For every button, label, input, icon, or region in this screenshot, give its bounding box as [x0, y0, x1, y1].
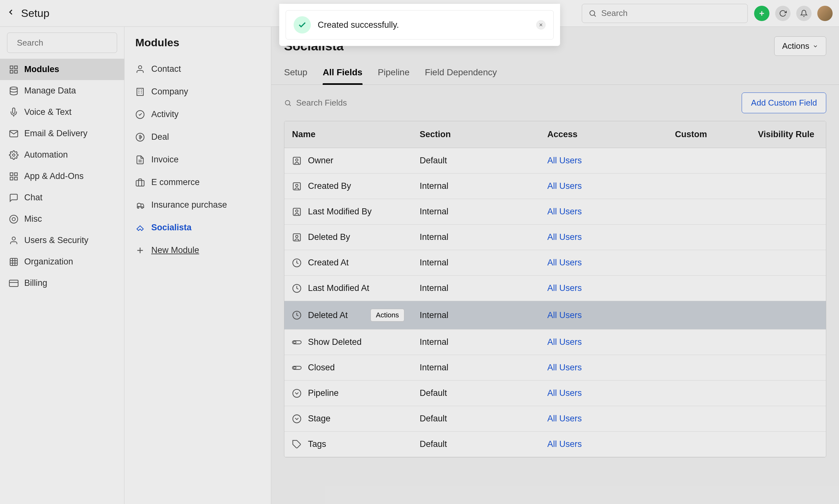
svg-point-51	[296, 210, 298, 212]
sidebar-item-voice-text[interactable]: Voice & Text	[0, 102, 124, 123]
svg-point-0	[590, 11, 594, 15]
sidebar-item-users[interactable]: Users & Security	[0, 230, 124, 251]
svg-rect-8	[10, 70, 13, 73]
clock-icon	[292, 284, 302, 293]
field-custom	[667, 381, 750, 406]
new-module-button[interactable]: New Module	[124, 239, 271, 262]
module-item-contact[interactable]: Contact	[124, 58, 271, 80]
person-box-icon	[292, 233, 302, 242]
table-row[interactable]: Created At Internal All Users	[284, 250, 826, 276]
field-access-link[interactable]: All Users	[547, 181, 582, 191]
sidebar-item-org[interactable]: Organization	[0, 251, 124, 272]
field-access-link[interactable]: All Users	[547, 439, 582, 449]
add-button[interactable]	[754, 6, 769, 21]
back-button[interactable]	[6, 8, 15, 19]
module-item-company[interactable]: Company	[124, 80, 271, 103]
svg-point-60	[293, 366, 296, 369]
field-access-link[interactable]: All Users	[547, 337, 582, 347]
field-access-link[interactable]: All Users	[547, 363, 582, 372]
field-access-link[interactable]: All Users	[547, 156, 582, 165]
manage-data-icon	[9, 86, 18, 96]
refresh-button[interactable]	[775, 6, 790, 21]
field-access-link[interactable]: All Users	[547, 310, 582, 320]
user-avatar[interactable]	[817, 6, 833, 21]
table-row[interactable]: Last Modified By Internal All Users	[284, 199, 826, 224]
notifications-button[interactable]	[796, 6, 811, 21]
field-section: Internal	[412, 174, 540, 199]
tab-all-fields[interactable]: All Fields	[323, 67, 362, 85]
sidebar-item-billing[interactable]: Billing	[0, 272, 124, 294]
global-search-input[interactable]	[601, 8, 741, 18]
svg-rect-48	[293, 182, 301, 190]
table-row[interactable]: Closed Internal All Users	[284, 355, 826, 381]
toast-close-button[interactable]	[536, 20, 546, 30]
module-item-socialista[interactable]: Socialista	[124, 216, 271, 239]
module-item-invoice[interactable]: Invoice	[124, 148, 271, 171]
activity-icon	[135, 110, 145, 119]
sidebar-item-automation[interactable]: Automation	[0, 144, 124, 165]
module-item-ecommerce[interactable]: E commerce	[124, 171, 271, 194]
sidebar-item-modules[interactable]: Modules	[0, 59, 124, 80]
sidebar-search-input[interactable]	[17, 38, 121, 48]
column-header-access: Access	[540, 121, 667, 148]
sidebar-item-label: Billing	[24, 278, 47, 288]
table-row[interactable]: Deleted AtActions Internal All Users	[284, 301, 826, 329]
tab-field-dependency[interactable]: Field Dependency	[425, 67, 497, 85]
dropdown-icon	[292, 414, 302, 424]
tab-setup[interactable]: Setup	[284, 67, 307, 85]
field-section: Default	[412, 148, 540, 174]
sidebar-item-label: Email & Delivery	[24, 129, 87, 139]
sidebar-item-label: Chat	[24, 193, 42, 202]
module-item-insurance[interactable]: Insurance purchase	[124, 194, 271, 216]
field-access-link[interactable]: All Users	[547, 258, 582, 267]
svg-point-53	[296, 235, 298, 238]
column-header-section: Section	[412, 121, 540, 148]
sidebar-item-misc[interactable]: Misc	[0, 208, 124, 230]
svg-point-27	[139, 66, 142, 69]
sidebar-item-apps[interactable]: App & Add-Ons	[0, 165, 124, 187]
field-custom	[667, 301, 750, 329]
field-visibility	[750, 381, 826, 406]
success-check-icon	[293, 16, 311, 34]
table-row[interactable]: Last Modified At Internal All Users	[284, 276, 826, 301]
field-access-link[interactable]: All Users	[547, 388, 582, 398]
sidebar-item-manage-data[interactable]: Manage Data	[0, 80, 124, 102]
row-actions-button[interactable]: Actions	[371, 309, 404, 322]
add-custom-field-button[interactable]: Add Custom Field	[742, 92, 826, 113]
field-access-link[interactable]: All Users	[547, 232, 582, 242]
field-access-link[interactable]: All Users	[547, 283, 582, 293]
table-row[interactable]: Created By Internal All Users	[284, 174, 826, 199]
table-row[interactable]: Owner Default All Users	[284, 148, 826, 174]
global-search[interactable]	[582, 4, 748, 23]
insurance-icon	[135, 200, 145, 210]
table-row[interactable]: Tags Default All Users	[284, 432, 826, 457]
sidebar-item-email[interactable]: Email & Delivery	[0, 123, 124, 144]
voice-text-icon	[9, 108, 18, 117]
svg-rect-15	[15, 177, 18, 180]
svg-line-1	[594, 15, 596, 16]
field-custom	[667, 432, 750, 457]
module-item-activity[interactable]: Activity	[124, 103, 271, 126]
field-access-link[interactable]: All Users	[547, 207, 582, 216]
field-name: Created At	[308, 258, 349, 268]
tabs: SetupAll FieldsPipelineField Dependency	[271, 56, 839, 85]
table-row[interactable]: Deleted By Internal All Users	[284, 224, 826, 250]
close-icon	[538, 22, 543, 28]
actions-dropdown[interactable]: Actions	[774, 36, 826, 56]
table-row[interactable]: Pipeline Default All Users	[284, 381, 826, 406]
field-access-link[interactable]: All Users	[547, 414, 582, 423]
field-custom	[667, 406, 750, 432]
field-search-input[interactable]	[296, 98, 392, 108]
fields-table: NameSectionAccessCustomVisibility Rule O…	[284, 121, 826, 457]
tab-pipeline[interactable]: Pipeline	[378, 67, 410, 85]
sidebar-item-chat[interactable]: Chat	[0, 187, 124, 208]
svg-rect-52	[293, 234, 301, 241]
svg-point-40	[137, 207, 139, 208]
sidebar-search[interactable]	[7, 33, 117, 53]
module-item-deal[interactable]: Deal	[124, 126, 271, 148]
table-row[interactable]: Show Deleted Internal All Users	[284, 329, 826, 355]
field-visibility	[750, 355, 826, 381]
table-row[interactable]: Stage Default All Users	[284, 406, 826, 432]
setup-sidebar: ModulesManage DataVoice & TextEmail & De…	[0, 27, 124, 504]
field-search[interactable]	[284, 98, 392, 108]
